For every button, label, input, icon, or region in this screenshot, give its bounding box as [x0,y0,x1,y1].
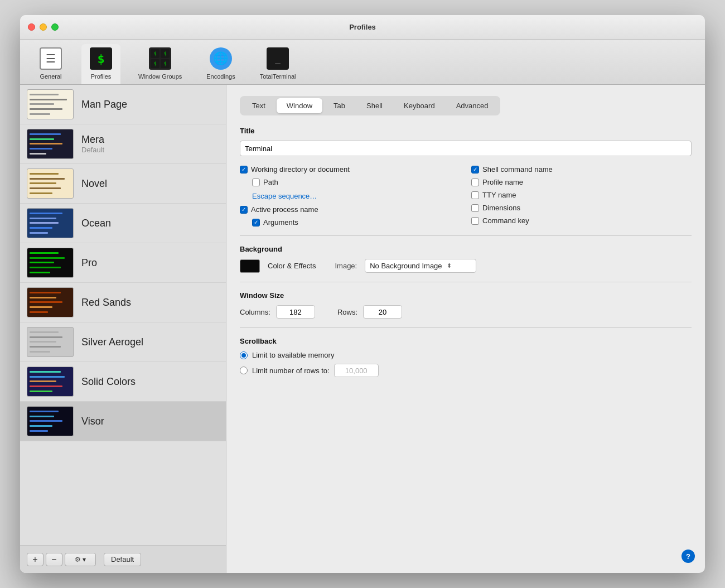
tab-text[interactable]: Text [242,98,276,113]
default-button[interactable]: Default [104,553,141,566]
command-key-checkbox[interactable] [471,217,479,225]
profile-item-manpage[interactable]: Man Page [20,85,226,124]
active-process-label: Active process name [251,205,318,214]
scrollback-label: Scrollback [240,337,692,345]
profile-item-pro[interactable]: Pro [20,243,226,283]
tab-window[interactable]: Window [277,98,322,113]
profile-thumbnail-ocean [27,208,74,238]
image-select-value: No Background Image [370,262,442,270]
profile-item-ocean[interactable]: Ocean [20,204,226,243]
path-checkbox[interactable] [252,179,260,186]
profile-item-mera[interactable]: Mera Default [20,124,226,164]
image-select[interactable]: No Background Image ⬍ [365,259,476,273]
scrollback-memory-radio[interactable] [240,351,248,359]
size-row: Columns: Rows: [240,305,692,319]
tab-keyboard[interactable]: Keyboard [394,98,445,113]
checkbox-col-right: Shell command name Profile name TTY name [471,165,692,226]
color-swatch[interactable] [240,259,260,273]
scrollback-rows-row: Limit number of rows to: [240,364,692,377]
profile-name-pro: Pro [81,257,219,269]
detail-wrapper: Text Window Tab Shell Keyboard Advanced … [226,85,705,573]
background-section-label: Background [240,245,692,253]
profile-name-label: Profile name [482,178,523,186]
scrollback-rows-input[interactable] [334,364,379,377]
toolbar-label-totalterminal: TotalTerminal [260,73,296,80]
profile-item-novel[interactable]: Novel [20,164,226,204]
help-button[interactable]: ? [682,550,695,563]
scrollback-rows-label: Limit number of rows to: [252,367,330,375]
arguments-checkbox[interactable] [252,219,260,226]
shell-command-label: Shell command name [482,165,553,173]
title-input[interactable] [240,141,692,156]
scrollback-memory-row: Limit to available memory [240,351,692,359]
toolbar-label-profiles: Profiles [91,73,112,80]
profile-thumbnail-visor [27,406,74,436]
profile-name-visor: Visor [81,416,219,427]
toolbar-item-profiles[interactable]: Profiles [81,44,120,84]
toolbar-item-totalterminal[interactable]: _ TotalTerminal [253,44,303,84]
shell-command-checkbox[interactable] [471,166,479,173]
toolbar-item-window-groups[interactable]: Window Groups [132,44,188,84]
color-effects-label: Color & Effects [268,262,316,270]
maximize-button[interactable] [51,23,59,31]
profile-info-solidcolors: Solid Colors [81,376,219,388]
profile-name-mera: Mera [81,134,219,146]
dimensions-checkbox[interactable] [471,204,479,212]
escape-sequence-link[interactable]: Escape sequence… [240,192,317,200]
profile-name-ocean: Ocean [81,218,219,229]
detail-panel: Text Window Tab Shell Keyboard Advanced … [226,85,705,393]
profile-thumbnail-manpage [27,89,74,119]
profile-name-silveraerogel: Silver Aerogel [81,336,219,348]
window-title: Profiles [349,23,376,31]
add-profile-button[interactable]: + [27,553,44,566]
profile-info-pro: Pro [81,257,219,269]
profile-item-visor[interactable]: Visor [20,402,226,441]
profile-name-row: Profile name [471,178,692,186]
title-bar: Profiles [20,15,705,40]
escape-sequence-row: Escape sequence… [240,191,460,201]
working-directory-label: Working directory or document [251,165,350,173]
columns-input[interactable] [276,305,315,319]
minimize-button[interactable] [40,23,47,31]
path-row: Path [240,178,460,186]
active-process-checkbox[interactable] [240,206,248,214]
profile-item-silveraerogel[interactable]: Silver Aerogel [20,322,226,362]
profile-thumbnail-solidcolors [27,367,74,397]
path-label: Path [263,178,278,186]
tty-name-checkbox[interactable] [471,191,479,199]
divider-1 [240,235,692,236]
profiles-icon [89,46,113,71]
profile-info-manpage: Man Page [81,99,219,110]
shell-command-row: Shell command name [471,165,692,173]
toolbar-label-encodings: Encodings [206,73,235,80]
command-key-row: Command key [471,216,692,225]
profile-info-mera: Mera Default [81,134,219,154]
profile-name-solidcolors: Solid Colors [81,376,219,388]
sidebar: Man Page Mera [20,85,226,573]
remove-profile-button[interactable]: − [46,553,62,566]
profile-name-checkbox[interactable] [471,179,479,186]
gear-menu-button[interactable]: ⚙ ▾ [65,553,96,566]
divider-3 [240,327,692,328]
window-groups-icon [148,46,172,71]
general-icon: ☰ [38,46,63,71]
encodings-icon: 🌐 [209,46,233,71]
tab-shell[interactable]: Shell [356,98,393,113]
close-button[interactable] [28,23,35,31]
tab-tab[interactable]: Tab [323,98,355,113]
toolbar-label-general: General [40,73,61,80]
checkbox-grid: Working directory or document Path Escap… [240,165,692,226]
working-directory-checkbox[interactable] [240,166,248,173]
toolbar-item-general[interactable]: ☰ General [31,44,70,84]
divider-2 [240,282,692,282]
profile-thumbnail-mera [27,129,74,159]
profile-name-manpage: Man Page [81,99,219,110]
working-directory-row: Working directory or document [240,165,460,173]
profile-thumbnail-silveraerogel [27,327,74,357]
toolbar-item-encodings[interactable]: 🌐 Encodings [200,44,241,84]
profile-item-solidcolors[interactable]: Solid Colors [20,362,226,402]
rows-input[interactable] [363,305,402,319]
tab-advanced[interactable]: Advanced [446,98,499,113]
scrollback-rows-radio[interactable] [240,367,248,374]
profile-item-redsands[interactable]: Red Sands [20,283,226,322]
